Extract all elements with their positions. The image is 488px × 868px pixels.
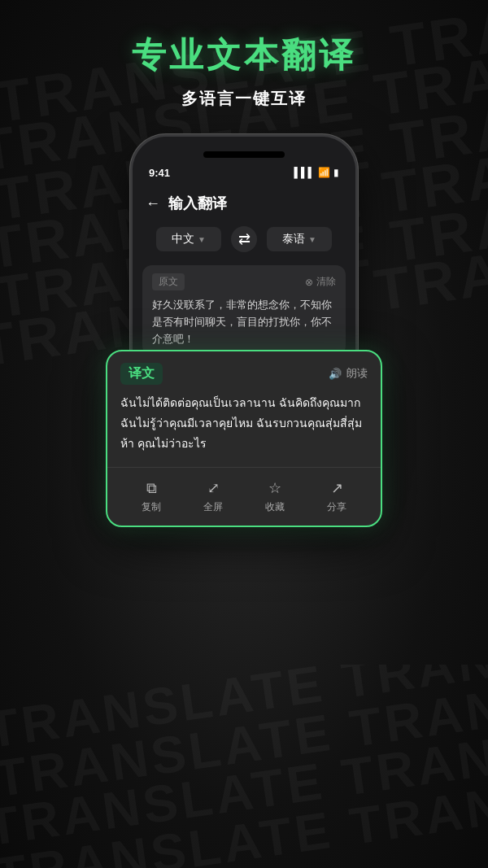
source-lang-text: 中文 [172, 232, 194, 246]
share-label: 分享 [327, 500, 346, 514]
source-lang-button[interactable]: 中文 ▼ [156, 227, 221, 251]
star-icon: ☆ [268, 479, 281, 497]
wifi-icon: 📶 [318, 167, 330, 178]
favorite-button[interactable]: ☆ 收藏 [265, 479, 285, 514]
clear-icon: ⊗ [305, 277, 313, 288]
target-lang-arrow: ▼ [308, 235, 316, 244]
input-text[interactable]: 好久没联系了，非常的想念你，不知你是否有时间聊天，盲目的打扰你，你不介意吧！ [152, 297, 336, 347]
favorite-label: 收藏 [265, 500, 285, 514]
share-button[interactable]: ↗ 分享 [327, 479, 346, 514]
language-selector: 中文 ▼ ⇄ 泰语 ▼ [133, 220, 355, 259]
fullscreen-label: 全屏 [203, 500, 223, 514]
phone-mockup: 9:41 ▌▌▌ 📶 ▮ ← 输入翻译 中文 ▼ [130, 134, 358, 478]
main-title: 专业文本翻译 [132, 33, 356, 78]
status-bar: 9:41 ▌▌▌ 📶 ▮ [133, 161, 355, 184]
card-actions: ⧉ 复制 ⤢ 全屏 ☆ 收藏 ↗ 分享 [107, 467, 381, 526]
input-area: 原文 ⊗ 清除 好久没联系了，非常的想念你，不知你是否有时间聊天，盲目的打扰你，… [142, 265, 346, 355]
fullscreen-icon: ⤢ [207, 479, 220, 497]
translation-text: ฉันไม่ได้ติดต่อคุณเป็นเวลานาน ฉันคิดถึงค… [107, 393, 381, 468]
speaker-icon: 🔊 [329, 368, 342, 380]
copy-button[interactable]: ⧉ 复制 [142, 480, 161, 514]
card-header: 译文 🔊 朗读 [107, 351, 381, 393]
back-button[interactable]: ← [146, 195, 160, 212]
target-lang-button[interactable]: 泰语 ▼ [267, 227, 332, 251]
status-icons: ▌▌▌ 📶 ▮ [294, 167, 339, 178]
swap-button[interactable]: ⇄ [231, 226, 257, 252]
read-aloud-label: 朗读 [346, 366, 368, 381]
translation-card: 译文 🔊 朗读 ฉันไม่ได้ติดต่อคุณเป็นเวลานาน ฉั… [106, 350, 382, 528]
page-content: 专业文本翻译 多语言一键互译 9:41 ▌▌▌ 📶 ▮ [0, 0, 488, 478]
share-icon: ↗ [331, 479, 343, 497]
page-bottom: TRANSLATE TRANSLATE TRANSLATE TRANSLATE … [0, 665, 488, 868]
source-lang-arrow: ▼ [198, 235, 206, 244]
notch-bar [203, 151, 285, 158]
translation-label: 译文 [120, 363, 163, 385]
fullscreen-button[interactable]: ⤢ 全屏 [203, 479, 223, 514]
target-lang-text: 泰语 [282, 232, 305, 246]
input-label-row: 原文 ⊗ 清除 [152, 273, 336, 290]
status-time: 9:41 [149, 167, 170, 179]
swap-icon: ⇄ [238, 230, 251, 248]
app-title: 输入翻译 [168, 194, 227, 213]
signal-icon: ▌▌▌ [294, 167, 315, 178]
phone-notch [133, 137, 355, 161]
copy-icon: ⧉ [146, 480, 157, 497]
app-header: ← 输入翻译 [133, 184, 355, 220]
copy-label: 复制 [142, 500, 161, 514]
clear-label: 清除 [316, 275, 336, 289]
input-label: 原文 [152, 273, 185, 290]
clear-button[interactable]: ⊗ 清除 [305, 275, 336, 289]
read-aloud-button[interactable]: 🔊 朗读 [329, 366, 368, 381]
sub-title: 多语言一键互译 [181, 88, 307, 110]
battery-icon: ▮ [333, 167, 339, 178]
